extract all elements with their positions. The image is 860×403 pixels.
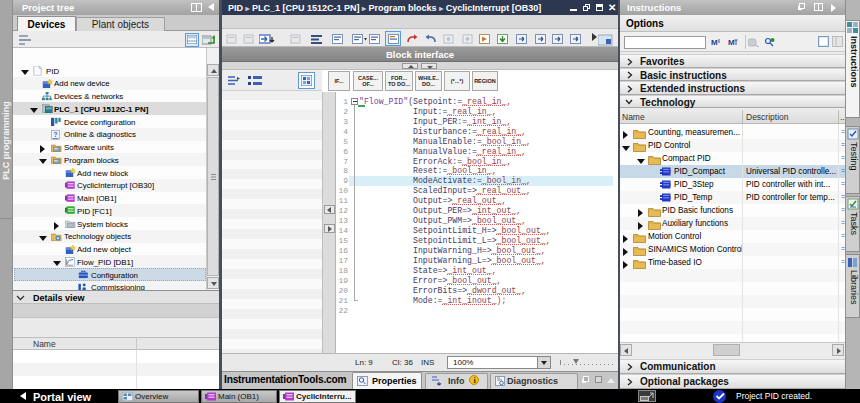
svg-text:?: ? bbox=[53, 130, 57, 137]
svg-text:M: M bbox=[728, 38, 735, 47]
svg-text:M: M bbox=[711, 38, 718, 47]
